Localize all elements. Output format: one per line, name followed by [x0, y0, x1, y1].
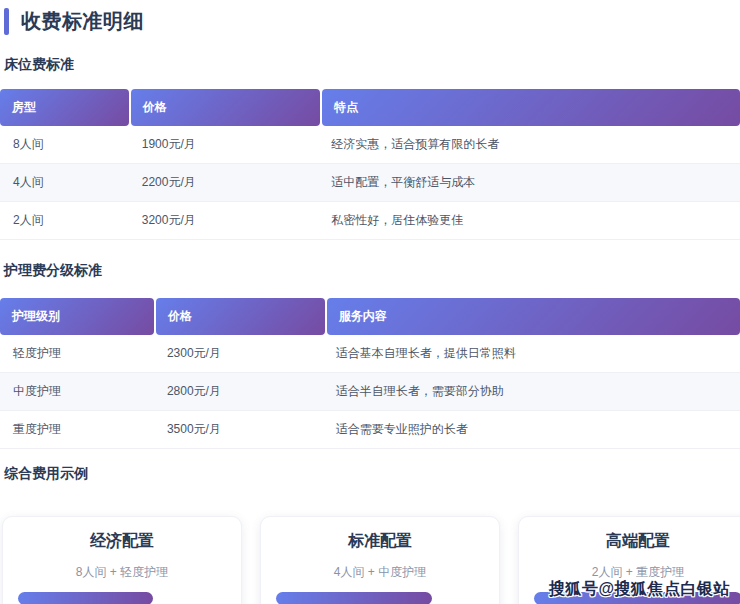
card-combo: 4人间 + 中度护理: [276, 564, 484, 581]
cell-price: 2300元/月: [154, 335, 323, 372]
card-title: 经济配置: [18, 531, 226, 552]
cell-service: 适合基本自理长者，提供日常照料: [323, 335, 740, 372]
cell-features: 适中配置，平衡舒适与成本: [318, 164, 740, 201]
bed-fee-table: 房型 价格 特点 8人间 1900元/月 经济实惠，适合预算有限的长者 4人间 …: [0, 89, 740, 240]
table-row: 2人间 3200元/月 私密性好，居住体验更佳: [0, 202, 740, 240]
cell-care-level: 重度护理: [0, 411, 154, 448]
column-header-price: 价格: [131, 89, 320, 126]
page-title: 收费标准明细: [21, 8, 144, 35]
table-row: 中度护理 2800元/月 适合半自理长者，需要部分协助: [0, 373, 740, 411]
column-header-price: 价格: [156, 298, 325, 335]
cell-service: 适合需要专业照护的长者: [323, 411, 740, 448]
section-title-bed-fee: 床位费标准: [4, 56, 740, 74]
cell-features: 经济实惠，适合预算有限的长者: [318, 126, 740, 163]
section-title-care-fee: 护理费分级标准: [4, 262, 740, 280]
section-title-examples: 综合费用示例: [4, 465, 740, 483]
cell-price: 1900元/月: [129, 126, 318, 163]
column-header-features: 特点: [322, 89, 740, 126]
card-title: 高端配置: [534, 531, 740, 552]
page-title-row: 收费标准明细: [4, 8, 740, 35]
price-bar-track: [276, 592, 484, 604]
price-bar-fill: [276, 592, 432, 604]
cell-price: 2200元/月: [129, 164, 318, 201]
price-bar-fill: [18, 592, 153, 604]
cell-care-level: 中度护理: [0, 373, 154, 410]
example-card-economy: 经济配置 8人间 + 轻度护理 4200元/月: [2, 516, 242, 604]
care-fee-table-header: 护理级别 价格 服务内容: [0, 298, 740, 335]
fee-detail-page: 收费标准明细 床位费标准 房型 价格 特点 8人间 1900元/月 经济实惠，适…: [0, 0, 740, 604]
column-header-room-type: 房型: [0, 89, 129, 126]
care-fee-table: 护理级别 价格 服务内容 轻度护理 2300元/月 适合基本自理长者，提供日常照…: [0, 298, 740, 449]
cell-room-type: 8人间: [0, 126, 129, 163]
card-combo: 8人间 + 轻度护理: [18, 564, 226, 581]
bed-fee-table-header: 房型 价格 特点: [0, 89, 740, 126]
watermark: 搜狐号@搜狐焦点白银站: [549, 579, 730, 600]
table-row: 重度护理 3500元/月 适合需要专业照护的长者: [0, 411, 740, 449]
cell-price: 2800元/月: [154, 373, 323, 410]
column-header-service: 服务内容: [327, 298, 740, 335]
cell-features: 私密性好，居住体验更佳: [318, 202, 740, 239]
table-row: 轻度护理 2300元/月 适合基本自理长者，提供日常照料: [0, 335, 740, 373]
cell-price: 3200元/月: [129, 202, 318, 239]
title-accent-bar: [4, 8, 9, 35]
column-header-care-level: 护理级别: [0, 298, 154, 335]
cell-price: 3500元/月: [154, 411, 323, 448]
cell-care-level: 轻度护理: [0, 335, 154, 372]
table-row: 4人间 2200元/月 适中配置，平衡舒适与成本: [0, 164, 740, 202]
example-card-standard: 标准配置 4人间 + 中度护理 5000元/月: [260, 516, 500, 604]
cell-room-type: 2人间: [0, 202, 129, 239]
card-title: 标准配置: [276, 531, 484, 552]
cell-room-type: 4人间: [0, 164, 129, 201]
table-row: 8人间 1900元/月 经济实惠，适合预算有限的长者: [0, 126, 740, 164]
price-bar-track: [18, 592, 226, 604]
cell-service: 适合半自理长者，需要部分协助: [323, 373, 740, 410]
